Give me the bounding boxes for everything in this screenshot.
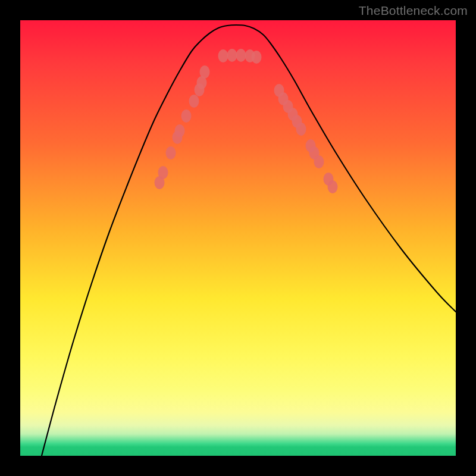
marker-dot [236,49,246,62]
curve-path [42,25,456,456]
marker-dot [181,109,192,123]
bottleneck-curve [42,25,456,456]
marker-dot [227,49,237,62]
marker-dot [175,124,185,137]
marker-dot [314,155,324,168]
watermark-text: TheBottleneck.com [359,4,468,18]
marker-dot [328,180,338,193]
marker-dot [200,65,210,79]
chart-overlay [20,20,456,456]
chart-frame: TheBottleneck.com [0,0,476,476]
marker-dot [296,123,306,136]
marker-dot [189,95,199,108]
plot-area [20,20,456,456]
marker-dot [218,49,228,62]
highlighted-points [155,49,338,193]
marker-dot [166,146,176,159]
marker-dot [252,51,262,64]
marker-dot [158,166,168,179]
